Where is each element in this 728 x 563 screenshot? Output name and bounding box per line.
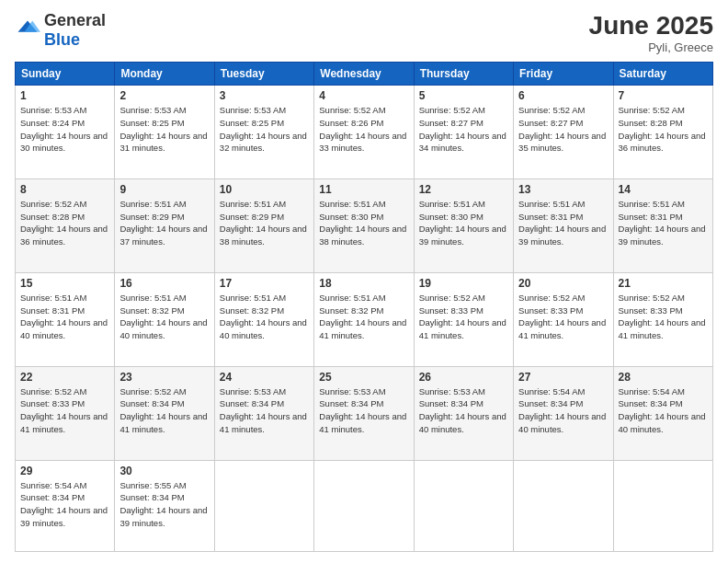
table-row: 25 Sunrise: 5:53 AM Sunset: 8:34 PM Dayl… — [314, 366, 414, 460]
weekday-header-row: Sunday Monday Tuesday Wednesday Thursday… — [16, 63, 713, 86]
table-row: 8 Sunrise: 5:52 AM Sunset: 8:28 PM Dayli… — [16, 178, 115, 272]
table-row — [514, 460, 613, 552]
table-row: 30 Sunrise: 5:55 AM Sunset: 8:34 PM Dayl… — [115, 460, 214, 552]
table-row — [613, 460, 712, 552]
day-number: 11 — [319, 183, 408, 196]
header-thursday: Thursday — [414, 63, 513, 86]
page: General Blue June 2025 Pyli, Greece Sund… — [0, 0, 728, 563]
logo-text-general: General — [44, 11, 106, 29]
day-number: 29 — [20, 465, 109, 477]
logo-icon — [15, 17, 40, 43]
day-info: Sunrise: 5:52 AM Sunset: 8:33 PM Dayligh… — [619, 292, 708, 342]
day-number: 15 — [20, 277, 109, 290]
day-info: Sunrise: 5:53 AM Sunset: 8:25 PM Dayligh… — [119, 104, 209, 155]
day-info: Sunrise: 5:51 AM Sunset: 8:29 PM Dayligh… — [220, 198, 309, 248]
header-saturday: Saturday — [613, 63, 712, 86]
logo-text-blue: Blue — [44, 30, 80, 49]
day-number: 22 — [20, 371, 109, 384]
day-number: 14 — [619, 183, 708, 196]
day-info: Sunrise: 5:53 AM Sunset: 8:34 PM Dayligh… — [220, 385, 309, 436]
month-title: June 2025 — [589, 11, 713, 40]
table-row: 2 Sunrise: 5:53 AM Sunset: 8:25 PM Dayli… — [115, 86, 214, 179]
day-info: Sunrise: 5:51 AM Sunset: 8:30 PM Dayligh… — [319, 198, 408, 248]
table-row: 3 Sunrise: 5:53 AM Sunset: 8:25 PM Dayli… — [214, 86, 313, 179]
table-row: 23 Sunrise: 5:52 AM Sunset: 8:34 PM Dayl… — [115, 366, 214, 460]
day-info: Sunrise: 5:54 AM Sunset: 8:34 PM Dayligh… — [518, 385, 608, 436]
day-number: 8 — [20, 183, 109, 196]
table-row: 13 Sunrise: 5:51 AM Sunset: 8:31 PM Dayl… — [514, 178, 613, 272]
day-number: 12 — [419, 183, 508, 196]
table-row: 27 Sunrise: 5:54 AM Sunset: 8:34 PM Dayl… — [514, 366, 613, 460]
table-row: 9 Sunrise: 5:51 AM Sunset: 8:29 PM Dayli… — [115, 178, 214, 272]
day-info: Sunrise: 5:51 AM Sunset: 8:29 PM Dayligh… — [119, 198, 209, 248]
day-number: 6 — [518, 89, 608, 102]
table-row: 7 Sunrise: 5:52 AM Sunset: 8:28 PM Dayli… — [613, 86, 712, 179]
day-info: Sunrise: 5:54 AM Sunset: 8:34 PM Dayligh… — [619, 385, 708, 436]
day-info: Sunrise: 5:52 AM Sunset: 8:28 PM Dayligh… — [20, 198, 109, 248]
table-row: 28 Sunrise: 5:54 AM Sunset: 8:34 PM Dayl… — [613, 366, 712, 460]
day-number: 3 — [220, 89, 309, 102]
day-info: Sunrise: 5:52 AM Sunset: 8:33 PM Dayligh… — [518, 292, 608, 342]
day-number: 1 — [20, 89, 109, 102]
day-number: 17 — [220, 277, 309, 290]
table-row: 1 Sunrise: 5:53 AM Sunset: 8:24 PM Dayli… — [16, 86, 115, 179]
day-info: Sunrise: 5:54 AM Sunset: 8:34 PM Dayligh… — [20, 479, 109, 530]
day-number: 2 — [119, 89, 209, 102]
day-number: 21 — [619, 277, 708, 290]
logo: General Blue — [15, 11, 106, 50]
header-wednesday: Wednesday — [314, 63, 414, 86]
day-info: Sunrise: 5:55 AM Sunset: 8:34 PM Dayligh… — [119, 479, 209, 530]
table-row: 26 Sunrise: 5:53 AM Sunset: 8:34 PM Dayl… — [414, 366, 513, 460]
table-row: 16 Sunrise: 5:51 AM Sunset: 8:32 PM Dayl… — [115, 272, 214, 366]
day-number: 23 — [119, 371, 209, 384]
title-block: June 2025 Pyli, Greece — [589, 11, 713, 54]
day-number: 16 — [119, 277, 209, 290]
day-number: 26 — [419, 371, 508, 384]
day-number: 4 — [319, 89, 408, 102]
day-info: Sunrise: 5:52 AM Sunset: 8:27 PM Dayligh… — [419, 104, 508, 155]
table-row — [314, 460, 414, 552]
header-friday: Friday — [514, 63, 613, 86]
day-number: 5 — [419, 89, 508, 102]
day-number: 28 — [619, 371, 708, 384]
table-row: 17 Sunrise: 5:51 AM Sunset: 8:32 PM Dayl… — [214, 272, 313, 366]
day-info: Sunrise: 5:52 AM Sunset: 8:26 PM Dayligh… — [319, 104, 408, 155]
table-row: 5 Sunrise: 5:52 AM Sunset: 8:27 PM Dayli… — [414, 86, 513, 179]
table-row: 24 Sunrise: 5:53 AM Sunset: 8:34 PM Dayl… — [214, 366, 313, 460]
day-info: Sunrise: 5:53 AM Sunset: 8:24 PM Dayligh… — [20, 104, 109, 155]
location: Pyli, Greece — [589, 40, 713, 54]
day-info: Sunrise: 5:52 AM Sunset: 8:28 PM Dayligh… — [619, 104, 708, 155]
day-info: Sunrise: 5:51 AM Sunset: 8:31 PM Dayligh… — [518, 198, 608, 248]
day-info: Sunrise: 5:51 AM Sunset: 8:32 PM Dayligh… — [220, 292, 309, 342]
table-row: 22 Sunrise: 5:52 AM Sunset: 8:33 PM Dayl… — [16, 366, 115, 460]
table-row: 14 Sunrise: 5:51 AM Sunset: 8:31 PM Dayl… — [613, 178, 712, 272]
day-info: Sunrise: 5:53 AM Sunset: 8:34 PM Dayligh… — [319, 385, 408, 436]
table-row: 20 Sunrise: 5:52 AM Sunset: 8:33 PM Dayl… — [514, 272, 613, 366]
table-row: 18 Sunrise: 5:51 AM Sunset: 8:32 PM Dayl… — [314, 272, 414, 366]
day-info: Sunrise: 5:52 AM Sunset: 8:33 PM Dayligh… — [419, 292, 508, 342]
day-info: Sunrise: 5:52 AM Sunset: 8:34 PM Dayligh… — [119, 385, 209, 436]
table-row: 6 Sunrise: 5:52 AM Sunset: 8:27 PM Dayli… — [514, 86, 613, 179]
day-info: Sunrise: 5:51 AM Sunset: 8:31 PM Dayligh… — [20, 292, 109, 342]
day-info: Sunrise: 5:52 AM Sunset: 8:33 PM Dayligh… — [20, 385, 109, 436]
header-tuesday: Tuesday — [214, 63, 313, 86]
calendar: Sunday Monday Tuesday Wednesday Thursday… — [15, 62, 713, 552]
day-number: 10 — [220, 183, 309, 196]
day-number: 7 — [619, 89, 708, 102]
day-number: 24 — [220, 371, 309, 384]
table-row: 19 Sunrise: 5:52 AM Sunset: 8:33 PM Dayl… — [414, 272, 513, 366]
day-number: 13 — [518, 183, 608, 196]
header: General Blue June 2025 Pyli, Greece — [15, 11, 713, 54]
day-number: 19 — [419, 277, 508, 290]
table-row: 12 Sunrise: 5:51 AM Sunset: 8:30 PM Dayl… — [414, 178, 513, 272]
day-info: Sunrise: 5:51 AM Sunset: 8:32 PM Dayligh… — [119, 292, 209, 342]
day-number: 27 — [518, 371, 608, 384]
day-info: Sunrise: 5:51 AM Sunset: 8:32 PM Dayligh… — [319, 292, 408, 342]
day-number: 18 — [319, 277, 408, 290]
table-row: 15 Sunrise: 5:51 AM Sunset: 8:31 PM Dayl… — [16, 272, 115, 366]
header-sunday: Sunday — [16, 63, 115, 86]
day-number: 20 — [518, 277, 608, 290]
day-number: 9 — [119, 183, 209, 196]
table-row: 21 Sunrise: 5:52 AM Sunset: 8:33 PM Dayl… — [613, 272, 712, 366]
day-number: 30 — [119, 465, 209, 477]
